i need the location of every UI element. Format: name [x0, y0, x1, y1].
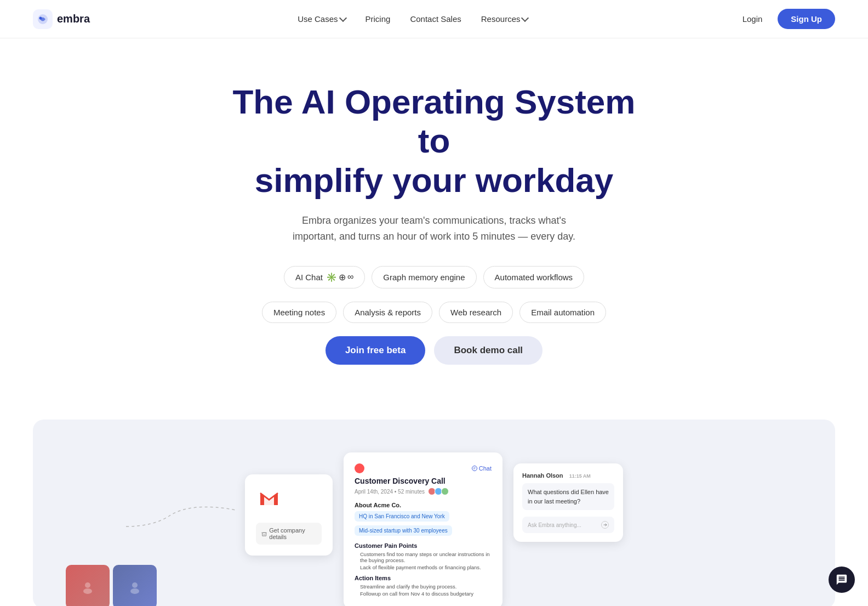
svg-point-6	[472, 466, 477, 471]
book-demo-button[interactable]: Book demo call	[434, 336, 542, 365]
tag-web-research: Web research	[439, 302, 513, 323]
chat-user-name: Hannah Olson 11:15 AM	[522, 472, 614, 479]
chat-icon	[472, 466, 477, 471]
nav-links: Use Cases Pricing Contact Sales Resource…	[298, 14, 528, 24]
spark-icon: ✳️	[326, 272, 337, 282]
navigation: embra Use Cases Pricing Contact Sales Re…	[0, 0, 868, 38]
get-company-button: Get company details	[256, 523, 322, 545]
hero-subtitle: Embra organizes your team's communicatio…	[286, 213, 582, 245]
embra-logo-icon	[33, 9, 53, 29]
hero-title: The AI Operating System to simplify your…	[215, 82, 653, 200]
login-button[interactable]: Login	[736, 10, 769, 28]
chat-input[interactable]: Ask Embra anything...	[522, 517, 614, 533]
logo-text: embra	[57, 13, 90, 25]
pain-bullet-1: Customers find too many steps or unclear…	[360, 551, 492, 563]
svg-point-8	[85, 582, 90, 588]
chat-message: What questions did Ellen have in our las…	[522, 483, 614, 510]
notes-card: Chat Customer Discovery Call April 14th,…	[344, 452, 502, 606]
tag-automated-workflows: Automated workflows	[483, 266, 585, 288]
chat-card: Hannah Olson 11:15 AM What questions did…	[513, 463, 623, 542]
chevron-down-icon	[339, 14, 346, 22]
pain-title: Customer Pain Points	[355, 542, 492, 549]
person-icon	[80, 579, 95, 594]
send-icon	[601, 521, 609, 529]
notes-meta: April 14th, 2024 • 52 minutes	[355, 488, 492, 495]
tag-graph-memory: Graph memory engine	[372, 266, 476, 288]
chevron-down-icon	[521, 14, 529, 22]
svg-point-2	[39, 16, 42, 19]
action-title: Action Items	[355, 575, 492, 581]
ai-icons: ✳️ ⊕ ∞	[326, 272, 353, 282]
feature-tags-row1: AI Chat ✳️ ⊕ ∞ Graph memory engine Autom…	[215, 266, 653, 288]
tag-analysis-reports: Analysis & reports	[343, 302, 432, 323]
logo-link[interactable]: embra	[33, 9, 90, 29]
nav-actions: Login Sign Up	[736, 9, 835, 29]
hero-section: The AI Operating System to simplify your…	[0, 38, 868, 420]
openai-icon: ⊕	[339, 272, 346, 282]
chat-widget[interactable]	[829, 567, 855, 593]
gmail-icon	[256, 485, 282, 512]
cta-buttons: Join free beta Book demo call	[11, 336, 857, 365]
tag-meeting-notes: Meeting notes	[262, 302, 336, 323]
svg-point-10	[132, 582, 138, 588]
svg-rect-3	[256, 485, 282, 512]
notes-tag-hq: HQ in San Francisco and New York	[355, 511, 449, 522]
feature-tags-row2: Meeting notes Analysis & reports Web res…	[215, 302, 653, 323]
gmail-card: Get company details	[245, 474, 333, 556]
notes-title: Customer Discovery Call	[355, 477, 492, 485]
nav-contact-sales[interactable]: Contact Sales	[410, 14, 461, 24]
notes-logo	[355, 463, 364, 473]
notes-tag-size: Mid-sized startup with 30 employees	[355, 525, 452, 536]
svg-point-9	[83, 588, 92, 594]
join-beta-button[interactable]: Join free beta	[326, 336, 426, 365]
tag-ai-chat: AI Chat ✳️ ⊕ ∞	[284, 266, 365, 288]
tag-email-automation: Email automation	[519, 302, 606, 323]
meta-icon: ∞	[347, 272, 353, 282]
about-section-label: About Acme Co.	[355, 502, 492, 508]
chat-widget-icon	[836, 574, 848, 586]
nav-resources[interactable]: Resources	[481, 14, 528, 24]
action-bullet-2: Followup on call from Nov 4 to discuss b…	[360, 591, 492, 597]
svg-point-11	[130, 588, 139, 594]
chat-label: Chat	[472, 465, 492, 472]
video-thumb-2	[113, 565, 157, 606]
chat-time: 11:15 AM	[569, 473, 591, 479]
dashed-connection	[126, 499, 236, 537]
pain-bullet-2: Lack of flexible payment methods or fina…	[360, 564, 492, 570]
notes-header: Chat	[355, 463, 492, 473]
nav-use-cases[interactable]: Use Cases	[298, 14, 345, 24]
svg-rect-5	[263, 534, 265, 536]
video-thumb-1	[66, 565, 110, 606]
building-icon	[261, 530, 267, 537]
person-icon-2	[127, 579, 142, 594]
nav-pricing[interactable]: Pricing	[366, 14, 391, 24]
video-thumbnails	[66, 565, 157, 606]
action-bullet-1: Streamline and clarify the buying proces…	[360, 584, 492, 590]
product-screenshot: Get company details Chat Customer Discov…	[33, 420, 835, 606]
signup-button[interactable]: Sign Up	[778, 9, 835, 29]
